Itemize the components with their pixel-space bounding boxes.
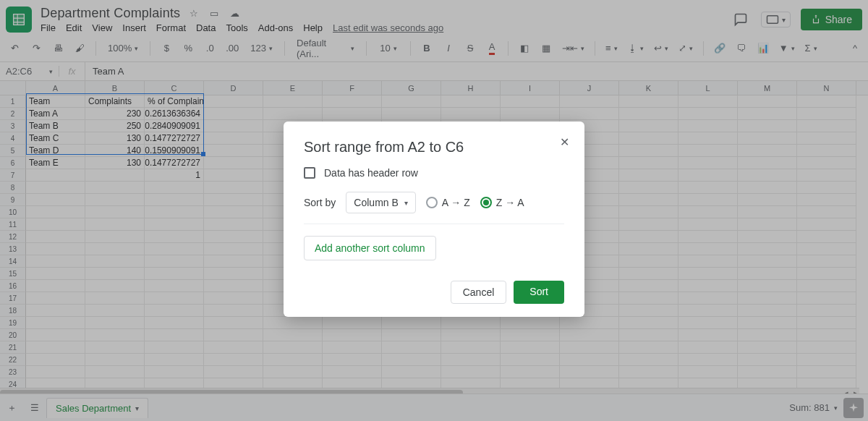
- header-row-label: Data has header row: [324, 167, 418, 179]
- sort-az-label: A → Z: [442, 197, 470, 208]
- sort-range-dialog: ✕ Sort range from A2 to C6 Data has head…: [284, 122, 584, 317]
- close-icon[interactable]: ✕: [556, 133, 573, 150]
- sort-za-label: Z → A: [496, 197, 524, 208]
- sort-column-select[interactable]: Column B ▾: [346, 192, 415, 213]
- sort-by-label: Sort by: [304, 197, 336, 208]
- cancel-button[interactable]: Cancel: [451, 281, 507, 304]
- dialog-title: Sort range from A2 to C6: [304, 139, 564, 156]
- modal-overlay: ✕ Sort range from A2 to C6 Data has head…: [0, 0, 868, 421]
- sort-za-radio[interactable]: Z → A: [480, 197, 524, 208]
- header-row-checkbox[interactable]: [304, 167, 315, 179]
- add-sort-column-button[interactable]: Add another sort column: [304, 236, 436, 260]
- sort-az-radio[interactable]: A → Z: [426, 197, 470, 208]
- sort-button[interactable]: Sort: [514, 281, 564, 304]
- sort-column-value: Column B: [354, 197, 398, 208]
